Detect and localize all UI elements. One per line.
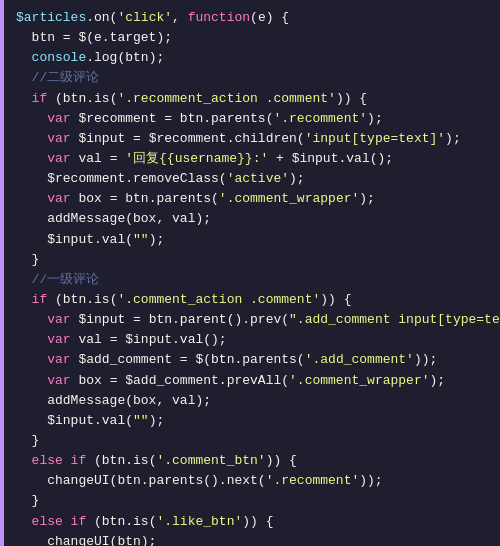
code-line: var $recomment = btn.parents('.recomment…	[16, 109, 490, 129]
code-token: )) {	[266, 451, 297, 471]
code-token: '.comment_btn'	[156, 451, 265, 471]
code-line: var box = $add_comment.prevAll('.comment…	[16, 371, 490, 391]
code-token: (btn.is(	[86, 512, 156, 532]
code-content: $articles.on('click', function(e) { btn …	[10, 8, 490, 546]
code-token: var	[47, 371, 70, 391]
code-line: $input.val("");	[16, 230, 490, 250]
code-line: var $input = btn.parent().prev(".add_com…	[16, 310, 490, 330]
code-token: if	[32, 89, 48, 109]
code-token: else if	[32, 512, 87, 532]
code-token: ,	[172, 8, 188, 28]
code-token	[16, 149, 47, 169]
code-token: $input = $recomment.children(	[71, 129, 305, 149]
code-token: $add_comment = $(btn.parents(	[71, 350, 305, 370]
code-token: );	[430, 371, 446, 391]
code-line: //一级评论	[16, 270, 490, 290]
code-line: if (btn.is('.comment_action .comment')) …	[16, 290, 490, 310]
code-token	[16, 89, 32, 109]
code-token	[16, 512, 32, 532]
code-token: '.add_comment'	[305, 350, 414, 370]
code-token: .on(	[86, 8, 117, 28]
code-token: (btn.is(	[86, 451, 156, 471]
code-token	[16, 371, 47, 391]
code-token: }	[16, 491, 39, 511]
code-token: '.like_btn'	[156, 512, 242, 532]
code-token: );	[289, 169, 305, 189]
code-token: '.comment_wrapper'	[219, 189, 359, 209]
code-token: )) {	[320, 290, 351, 310]
code-line: var $add_comment = $(btn.parents('.add_c…	[16, 350, 490, 370]
code-token: ));	[414, 350, 437, 370]
code-token: '.comment_wrapper'	[289, 371, 429, 391]
code-line: var val = '回复{{username}}:' + $input.val…	[16, 149, 490, 169]
code-token: box = $add_comment.prevAll(	[71, 371, 289, 391]
code-token: if	[32, 290, 48, 310]
code-line: $articles.on('click', function(e) {	[16, 8, 490, 28]
code-line: console.log(btn);	[16, 48, 490, 68]
code-token: );	[149, 411, 165, 431]
code-line: $input.val("");	[16, 411, 490, 431]
code-token	[16, 290, 32, 310]
code-line: //二级评论	[16, 68, 490, 88]
code-line: changeUI(btn.parents().next('.recomment'…	[16, 471, 490, 491]
code-token: '.recomment_action .comment'	[117, 89, 335, 109]
code-line: else if (btn.is('.comment_btn')) {	[16, 451, 490, 471]
code-line: }	[16, 250, 490, 270]
code-token: )) {	[336, 89, 367, 109]
code-token: (btn.is(	[47, 89, 117, 109]
code-token: );	[359, 189, 375, 209]
code-token: );	[149, 230, 165, 250]
code-token: '.comment_action .comment'	[117, 290, 320, 310]
code-line: changeUI(btn);	[16, 532, 490, 546]
code-line: var box = btn.parents('.comment_wrapper'…	[16, 189, 490, 209]
code-token: + $input.val();	[268, 149, 393, 169]
code-token: btn = $(e.target);	[16, 28, 172, 48]
code-token: //二级评论	[16, 68, 99, 88]
code-token: console	[16, 48, 86, 68]
code-token: ".add_comment input[type=text]"	[289, 310, 500, 330]
code-token: box = btn.parents(	[71, 189, 219, 209]
code-token: )) {	[242, 512, 273, 532]
code-token: $recomment = btn.parents(	[71, 109, 274, 129]
code-token: '.recomment'	[273, 109, 367, 129]
code-token: (e) {	[250, 8, 289, 28]
code-token: var	[47, 189, 70, 209]
code-token: var	[47, 310, 70, 330]
code-line: addMessage(box, val);	[16, 391, 490, 411]
code-editor: $articles.on('click', function(e) { btn …	[0, 0, 500, 546]
code-line: }	[16, 431, 490, 451]
code-token: $input.val(	[16, 411, 133, 431]
left-accent-bar	[0, 0, 4, 546]
code-token: function	[188, 8, 250, 28]
code-token: var	[47, 109, 70, 129]
code-token: addMessage(box, val);	[16, 391, 211, 411]
code-line: btn = $(e.target);	[16, 28, 490, 48]
code-token: addMessage(box, val);	[16, 209, 211, 229]
code-token: ));	[359, 471, 382, 491]
code-token: var	[47, 149, 70, 169]
code-token: 'active'	[227, 169, 289, 189]
code-token: 'input[type=text]'	[305, 129, 445, 149]
code-token: var	[47, 129, 70, 149]
code-token	[16, 451, 32, 471]
code-token: ""	[133, 411, 149, 431]
code-line: if (btn.is('.recomment_action .comment')…	[16, 89, 490, 109]
code-token: );	[445, 129, 461, 149]
code-line: var val = $input.val();	[16, 330, 490, 350]
code-token	[16, 310, 47, 330]
code-token: );	[367, 109, 383, 129]
code-token: ""	[133, 230, 149, 250]
code-token: changeUI(btn);	[16, 532, 156, 546]
code-token: $recomment.removeClass(	[16, 169, 227, 189]
code-token: '回复{{username}}:'	[125, 149, 268, 169]
code-token: val = $input.val();	[71, 330, 227, 350]
code-token: $input.val(	[16, 230, 133, 250]
code-token	[16, 350, 47, 370]
code-token	[16, 189, 47, 209]
code-token	[16, 129, 47, 149]
code-token: //一级评论	[16, 270, 99, 290]
code-token	[16, 330, 47, 350]
code-token: (btn.is(	[47, 290, 117, 310]
code-line: addMessage(box, val);	[16, 209, 490, 229]
code-token	[16, 109, 47, 129]
